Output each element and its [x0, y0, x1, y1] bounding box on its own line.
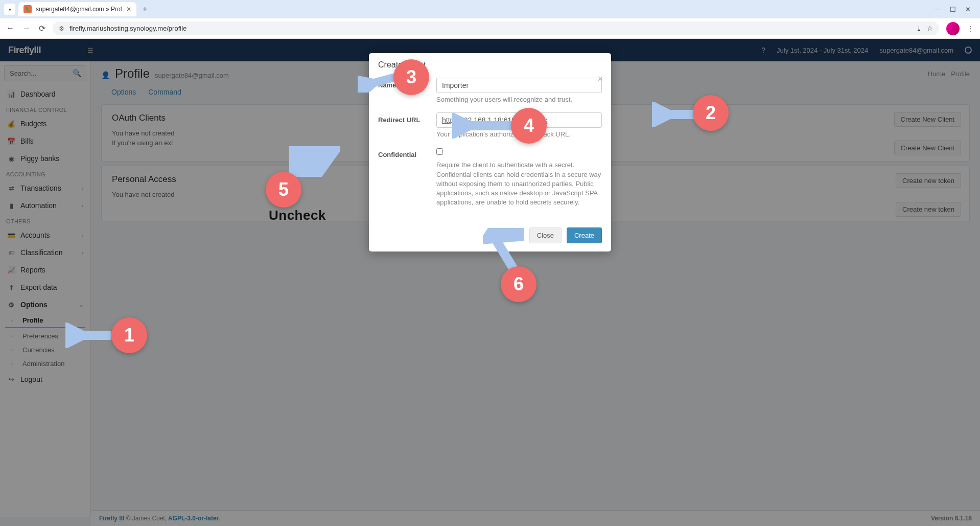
forward-icon[interactable]: → — [22, 24, 31, 33]
annotation-circle-3: 3 — [393, 59, 429, 95]
confidential-hint: Require the client to authenticate with … — [436, 161, 602, 207]
maximize-icon[interactable]: ☐ — [950, 6, 956, 13]
url-text: firefly.mariushosting.synology.me/profil… — [69, 25, 186, 32]
name-hint: Something your users will recognize and … — [436, 95, 602, 104]
annotation-arrow-4 — [452, 113, 519, 139]
annotation-circle-5: 5 — [266, 172, 301, 208]
tab-bar: ▾ 🦎 supergate84@gmail.com » Prof ✕ + — ☐… — [0, 0, 980, 18]
close-button[interactable]: Close — [529, 227, 562, 243]
annotation-uncheck-label: Uncheck — [269, 208, 326, 223]
reload-icon[interactable]: ⟳ — [39, 24, 45, 33]
name-input[interactable] — [436, 78, 602, 93]
browser-chrome: ▾ 🦎 supergate84@gmail.com » Prof ✕ + — ☐… — [0, 0, 980, 39]
confidential-label: Confidential — [378, 147, 430, 158]
annotation-arrow-1 — [65, 323, 116, 348]
new-tab-button[interactable]: + — [139, 5, 150, 14]
kebab-menu-icon[interactable]: ⋮ — [967, 25, 974, 33]
tab-title: supergate84@gmail.com » Prof — [36, 6, 122, 13]
url-bar[interactable]: ⚙ firefly.mariushosting.synology.me/prof… — [53, 21, 939, 35]
minimize-icon[interactable]: — — [934, 6, 941, 13]
back-icon[interactable]: ← — [6, 24, 14, 33]
close-tab-icon[interactable]: ✕ — [126, 6, 131, 13]
close-window-icon[interactable]: ✕ — [965, 6, 971, 13]
annotation-arrow-5 — [289, 146, 340, 177]
svg-line-4 — [292, 151, 331, 172]
confidential-checkbox[interactable] — [436, 148, 443, 155]
window-controls: — ☐ ✕ — [934, 6, 976, 13]
site-settings-icon[interactable]: ⚙ — [59, 25, 64, 32]
bookmark-icon[interactable]: ☆ — [927, 25, 933, 32]
browser-tab[interactable]: 🦎 supergate84@gmail.com » Prof ✕ — [18, 2, 136, 16]
profile-avatar-icon[interactable] — [946, 22, 960, 35]
create-button[interactable]: Create — [567, 227, 602, 243]
svg-line-5 — [493, 235, 514, 269]
annotation-circle-2: 2 — [693, 95, 729, 131]
annotation-circle-6: 6 — [501, 266, 536, 302]
install-app-icon[interactable]: ⤓ — [916, 25, 922, 32]
annotation-circle-4: 4 — [511, 108, 547, 144]
browser-toolbar: ← → ⟳ ⚙ firefly.mariushosting.synology.m… — [0, 18, 980, 39]
redirect-label: Redirect URL — [378, 112, 430, 124]
modal-close-icon[interactable]: × — [597, 74, 603, 84]
firefly-favicon-icon: 🦎 — [24, 5, 32, 13]
app-root: FireflyIII ☰ ? July 1st, 2024 - July 31s… — [0, 39, 980, 526]
tab-list-dropdown[interactable]: ▾ — [4, 4, 15, 15]
annotation-circle-1: 1 — [111, 317, 147, 353]
